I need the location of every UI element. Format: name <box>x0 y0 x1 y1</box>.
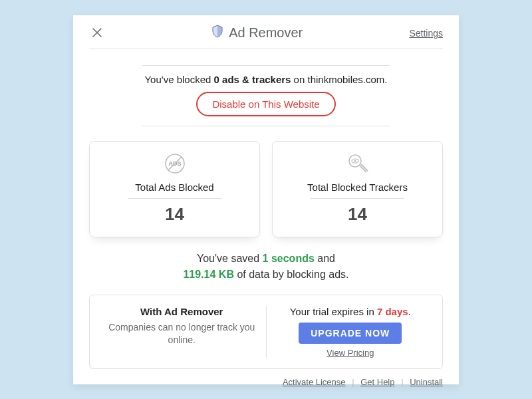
expire-prefix: Your trial expires in <box>290 306 377 317</box>
stat-value-ads: 14 <box>96 204 253 225</box>
savings-prefix: You've saved <box>197 253 263 264</box>
summary-domain: thinkmobiles.com <box>307 74 384 85</box>
trial-expiry-text: Your trial expires in 7 days. <box>273 306 428 317</box>
stats-row: ADS Total Ads Blocked 14 Total Blocked T… <box>89 141 443 237</box>
divider <box>311 198 404 199</box>
expire-suffix: . <box>408 306 411 317</box>
summary-prefix: You've blocked <box>144 74 213 85</box>
settings-link[interactable]: Settings <box>409 28 443 39</box>
stat-label-trackers: Total Blocked Trackers <box>279 182 436 193</box>
upgrade-now-button[interactable]: UPGRADE NOW <box>299 323 402 344</box>
disable-site-button[interactable]: Disable on This Website <box>196 92 335 116</box>
trial-panel: With Ad Remover Companies can no longer … <box>89 295 443 369</box>
extension-popup: Ad Remover Settings You've blocked 0 ads… <box>73 15 459 384</box>
summary-count: 0 ads & trackers <box>214 74 291 85</box>
stat-value-trackers: 14 <box>279 204 436 225</box>
savings-time: 1 seconds <box>263 253 315 264</box>
shield-icon <box>211 25 223 41</box>
app-title-text: Ad Remover <box>229 25 303 41</box>
divider <box>142 65 390 66</box>
close-icon[interactable] <box>89 25 105 42</box>
stat-card-ads: ADS Total Ads Blocked 14 <box>89 141 260 237</box>
activate-license-link[interactable]: Activate License <box>283 377 346 387</box>
divider <box>142 126 390 126</box>
blocked-summary-text: You've blocked 0 ads & trackers on think… <box>89 74 443 85</box>
stat-label-ads: Total Ads Blocked <box>96 182 253 193</box>
separator: | <box>352 377 354 387</box>
trial-info-right: Your trial expires in 7 days. UPGRADE NO… <box>267 306 435 358</box>
divider <box>128 198 221 199</box>
summary-suffix: . <box>384 74 387 85</box>
separator: | <box>401 377 403 387</box>
trial-info-left: With Ad Remover Companies can no longer … <box>98 306 267 358</box>
app-title: Ad Remover <box>211 25 303 41</box>
view-pricing-link[interactable]: View Pricing <box>273 348 428 358</box>
get-help-link[interactable]: Get Help <box>360 377 394 387</box>
ads-blocked-icon: ADS <box>96 151 253 176</box>
savings-and: and <box>315 253 335 264</box>
header-bar: Ad Remover Settings <box>89 25 443 49</box>
stat-card-trackers: Total Blocked Trackers 14 <box>272 141 443 237</box>
svg-point-5 <box>354 160 356 162</box>
footer-links: Activate License | Get Help | Uninstall <box>89 377 443 387</box>
summary-middle: on <box>291 74 307 85</box>
site-summary: You've blocked 0 ads & trackers on think… <box>89 65 443 126</box>
trackers-blocked-icon <box>279 151 436 176</box>
trial-left-subtitle: Companies can no longer track you online… <box>104 321 259 347</box>
expire-days: 7 days <box>377 306 408 317</box>
trial-left-title: With Ad Remover <box>104 306 259 317</box>
savings-suffix: of data by blocking ads. <box>234 269 349 280</box>
savings-summary: You've saved 1 seconds and 119.14 KB of … <box>89 251 443 283</box>
savings-data: 119.14 KB <box>183 269 234 280</box>
uninstall-link[interactable]: Uninstall <box>410 377 443 387</box>
